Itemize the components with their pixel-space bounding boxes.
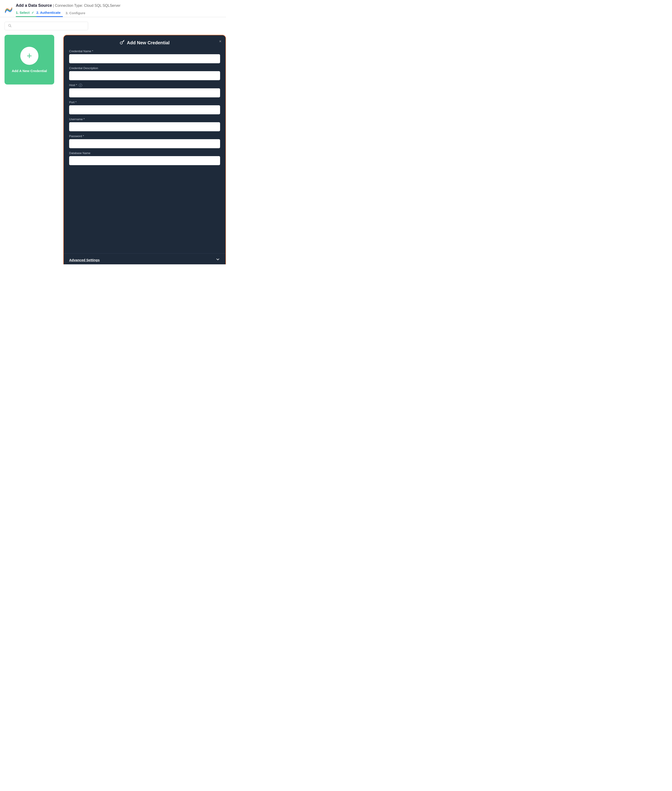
checkmark-icon: ✓ (31, 11, 34, 14)
credential-description-group: Credential Description (69, 66, 220, 80)
host-label: Host * i (69, 83, 220, 87)
password-group: Password * (69, 134, 220, 148)
modal-header: Add New Credential × (64, 35, 226, 50)
username-input[interactable] (69, 122, 220, 131)
password-label: Password * (69, 134, 220, 138)
header-content: Add a Data Source | Connection Type: Clo… (16, 3, 120, 17)
advanced-settings-section[interactable]: Advanced Settings (64, 253, 226, 264)
credential-description-input[interactable] (69, 71, 220, 80)
database-name-label: Database Name (69, 151, 220, 155)
add-circle: + (20, 47, 38, 65)
modal-body: Credential Name * Credential Description… (64, 50, 226, 253)
modal-title: Add New Credential (127, 40, 170, 45)
app-logo (5, 6, 13, 14)
search-icon (8, 24, 11, 28)
credential-name-input[interactable] (69, 54, 220, 63)
add-credential-label: Add A New Credential (12, 69, 47, 73)
close-button[interactable]: × (219, 39, 221, 43)
host-input[interactable] (69, 88, 220, 97)
database-name-group: Database Name (69, 151, 220, 165)
credential-name-group: Credential Name * (69, 50, 220, 63)
credential-name-label: Credential Name * (69, 50, 220, 53)
plus-icon: + (27, 51, 32, 60)
search-area (0, 17, 226, 32)
username-label: Username * (69, 117, 220, 121)
database-name-input[interactable] (69, 156, 220, 165)
info-icon[interactable]: i (79, 84, 82, 87)
port-group: Port * (69, 101, 220, 114)
modal: Add New Credential × Credential Name * C… (63, 35, 226, 264)
username-group: Username * (69, 117, 220, 131)
credential-description-label: Credential Description (69, 66, 220, 70)
search-input[interactable] (13, 24, 85, 28)
page-header: Add a Data Source | Connection Type: Clo… (0, 0, 226, 17)
port-label: Port * (69, 101, 220, 104)
page-title: Add a Data Source | Connection Type: Clo… (16, 3, 120, 8)
main-content: + Add A New Credential Add New Credentia… (0, 32, 226, 91)
advanced-settings-label: Advanced Settings (69, 258, 100, 262)
modal-container: Add New Credential × Credential Name * C… (63, 35, 226, 264)
svg-line-1 (10, 26, 11, 27)
password-input[interactable] (69, 139, 220, 148)
steps-nav: 1. Select ✓ 2. Authenticate 3. Configure (16, 9, 120, 17)
add-credential-card[interactable]: + Add A New Credential (5, 35, 54, 85)
step-configure[interactable]: 3. Configure (63, 10, 88, 17)
step-select[interactable]: 1. Select ✓ (16, 9, 36, 17)
search-box (5, 22, 88, 30)
chevron-down-icon (216, 257, 220, 262)
step-authenticate[interactable]: 2. Authenticate (36, 9, 63, 17)
host-group: Host * i (69, 83, 220, 97)
port-input[interactable] (69, 105, 220, 114)
key-icon (120, 40, 125, 46)
